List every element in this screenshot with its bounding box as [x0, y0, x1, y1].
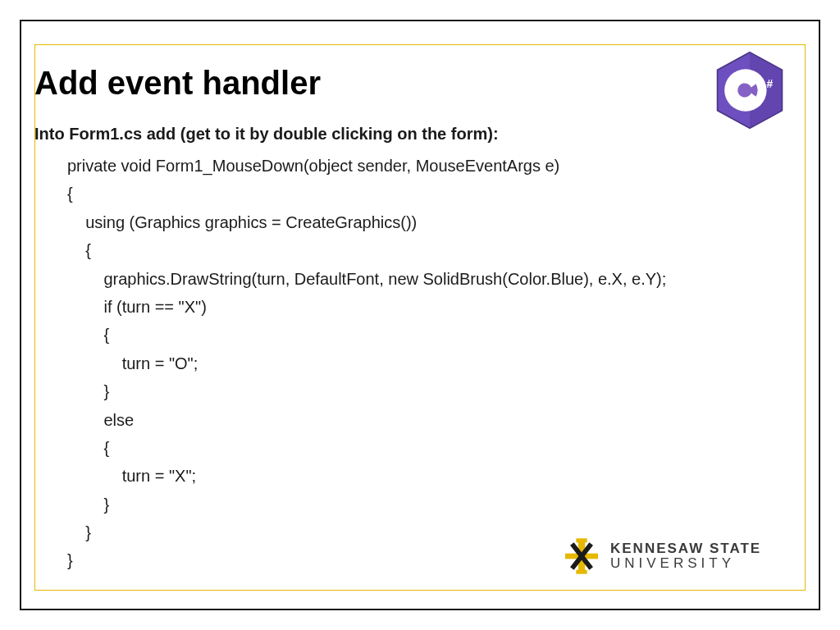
ksu-name-line2: UNIVERSITY: [610, 556, 761, 571]
ksu-logo: KENNESAW STATE UNIVERSITY: [561, 532, 791, 581]
slide-content: Add event handler Into Form1.cs add (get…: [34, 64, 806, 591]
ksu-seal-icon: [561, 536, 602, 577]
svg-rect-8: [576, 570, 587, 574]
slide-title: Add event handler: [34, 64, 806, 102]
code-snippet: private void Form1_MouseDown(object send…: [34, 152, 806, 575]
svg-rect-7: [576, 538, 587, 542]
lead-instruction: Into Form1.cs add (get to it by double c…: [34, 125, 806, 144]
ksu-name-line1: KENNESAW STATE: [610, 541, 761, 556]
